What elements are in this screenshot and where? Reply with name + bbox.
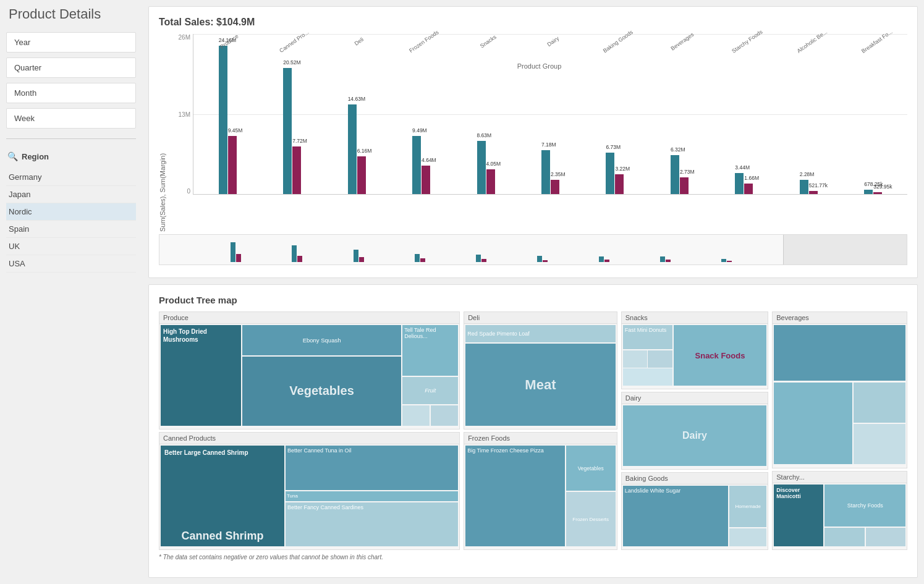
bar-alcoholic-teal: 2.28M <box>800 180 808 194</box>
treemap-note: * The data set contains negative or zero… <box>159 554 907 561</box>
chart-inner: 26M 13M 0 <box>171 34 907 232</box>
mini-bar-produce-magenta <box>236 254 241 262</box>
treemap-cell-starchy-sm-2[interactable] <box>866 528 905 546</box>
bar-frozen-teal: 9.49M <box>412 136 421 194</box>
treemap-cell-snack-sm-2[interactable] <box>648 350 672 368</box>
region-item-usa[interactable]: USA <box>6 255 136 273</box>
treemap-cell-manicotti[interactable]: Discover Manicotti <box>774 485 823 546</box>
bar-dairy-teal: 7.18M <box>541 150 550 194</box>
treemap-cell-starchy-sm-1[interactable] <box>824 528 864 546</box>
treemap-cell-bev-3[interactable] <box>854 383 905 423</box>
region-item-uk[interactable]: UK <box>6 238 136 255</box>
region-header[interactable]: 🔍 Region <box>6 149 136 164</box>
treemap-cell-tuna[interactable]: Better Canned Tuna in Oil <box>286 446 458 490</box>
treemap-cell-bev-4[interactable] <box>854 424 905 464</box>
treemap-cell-vegetables[interactable]: Vegetables <box>242 357 401 426</box>
treemap-cell-fruit-red[interactable]: Tell Tale Red Delious... <box>402 325 458 376</box>
bar-deli-teal: 14.63M <box>348 104 357 194</box>
region-item-spain[interactable]: Spain <box>6 221 136 238</box>
bar-group-starchy: 3.44M 1.66M <box>713 173 776 194</box>
treemap-frozen: Frozen Foods Big Time Frozen Cheese Pizz… <box>464 432 617 550</box>
bar-breakfast-teal: 678.25k <box>864 190 873 194</box>
mini-bar-deli-magenta <box>359 257 364 262</box>
treemap-cell-fruit[interactable]: Fruit <box>402 377 458 405</box>
year-filter-btn[interactable]: Year <box>6 32 136 53</box>
treemap-title: Product Tree map <box>159 295 907 305</box>
treemap-col-2: Deli Red Spade Pimento Loaf Meat Fro <box>464 311 617 550</box>
bar-group-frozen: 9.49M 4.64M <box>389 136 452 194</box>
treemap-cell-sugar[interactable]: Landslide White Sugar <box>623 486 729 546</box>
treemap-canned-header: Canned Products <box>159 433 459 444</box>
bar-canned-magenta: 7.72M <box>292 146 301 194</box>
bar-baking-teal: 6.73M <box>606 153 614 194</box>
treemap-cell-snack-sm-3[interactable] <box>623 368 672 386</box>
treemap-cell-small-1[interactable] <box>402 405 430 426</box>
bar-chart-area: Sum(Sales), Sum(Margin) 26M 13M 0 <box>159 34 907 232</box>
quarter-filter-btn[interactable]: Quarter <box>6 57 136 78</box>
scroll-range-indicator[interactable] <box>783 235 907 264</box>
treemap-cell-mushrooms[interactable]: High Top Dried Mushrooms <box>161 325 241 426</box>
treemap-cell-meat[interactable]: Meat <box>465 344 616 426</box>
treemap-cell-starchy-foods[interactable]: Starchy Foods <box>824 485 905 527</box>
bar-group-dairy: 7.18M 2.35M <box>519 150 582 194</box>
region-item-germany[interactable]: Germany <box>6 169 136 186</box>
bar-canned-teal: 20.52M <box>283 68 292 194</box>
bar-group-produce: 24.16M 9.45M <box>196 46 259 194</box>
mini-bar-bev-magenta <box>666 260 671 262</box>
treemap-beverages-header: Beverages <box>773 312 907 324</box>
mini-bar-frozen-magenta <box>420 258 425 262</box>
chart-panel: Total Sales: $104.9M Sum(Sales), Sum(Mar… <box>148 6 918 278</box>
bar-group-breakfast: 678.25k 329.95k <box>842 190 905 194</box>
bar-frozen-magenta: 4.64M <box>422 166 430 194</box>
y-tick-13m: 13M <box>179 111 190 118</box>
treemap-cell-frozen-veg[interactable]: Vegetables <box>566 446 616 491</box>
mini-bar-bev-teal <box>660 256 665 262</box>
treemap-cell-frozen-desserts[interactable]: Frozen Desserts <box>566 492 616 546</box>
mini-bar-frozen-teal <box>415 254 420 262</box>
treemap-cell-dairy[interactable]: Dairy <box>623 405 767 466</box>
y-tick-0: 0 <box>187 188 190 195</box>
region-item-japan[interactable]: Japan <box>6 186 136 203</box>
treemap-cell-pimento[interactable]: Red Spade Pimento Loaf <box>465 325 616 342</box>
chart-title: Total Sales: $104.9M <box>159 17 907 28</box>
treemap-col-3: Snacks Fast Mini Donuts <box>621 311 769 550</box>
treemap-col-1: Produce High Top Dried Mushrooms Ebony S… <box>159 311 460 550</box>
treemap-cell-snack-sm-1[interactable] <box>623 350 648 368</box>
treemap-cell-small-2[interactable] <box>431 405 458 426</box>
treemap-cell-snack-foods[interactable]: Snack Foods <box>674 325 767 386</box>
treemap-cell-homemade[interactable]: Homemade <box>729 486 766 527</box>
y-tick-26m: 26M <box>179 34 190 41</box>
month-filter-btn[interactable]: Month <box>6 83 136 103</box>
bar-produce-magenta: 9.45M <box>228 136 237 194</box>
treemap-dairy: Dairy Dairy <box>621 392 769 470</box>
bar-group-baking: 6.73M 3.22M <box>583 153 646 194</box>
treemap-cell-bev-2[interactable] <box>774 383 852 464</box>
region-item-nordic[interactable]: Nordic <box>6 203 136 221</box>
treemap-cell-bev-1[interactable] <box>774 325 905 381</box>
bar-starchy-teal: 3.44M <box>735 173 744 194</box>
mini-chart[interactable] <box>159 234 907 265</box>
week-filter-btn[interactable]: Week <box>6 108 136 129</box>
sidebar-divider <box>6 138 136 139</box>
mini-bar-dairy-teal <box>537 256 542 262</box>
y-axis-ticks: 26M 13M 0 <box>171 34 193 195</box>
treemap-cell-tuna-sub[interactable]: Tuna <box>286 491 458 501</box>
year-filter: Year <box>6 32 136 53</box>
treemap-cell-donuts[interactable]: Fast Mini Donuts <box>623 325 672 349</box>
treemap-panel: Product Tree map Produce High Top Dried … <box>148 284 918 578</box>
treemap-cell-sardines[interactable]: Better Fancy Canned Sardines <box>286 502 458 547</box>
treemap-cell-squash[interactable]: Ebony Squash <box>242 325 401 355</box>
bar-alcoholic-magenta: 521.77k <box>809 191 818 194</box>
mini-bar-deli-teal <box>354 250 358 262</box>
bar-snacks-magenta: 4.05M <box>486 169 495 194</box>
bar-group-beverages: 6.32M 2.73M <box>648 155 711 194</box>
search-icon: 🔍 <box>7 151 18 161</box>
treemap-starchy: Starchy... Discover Manicotti Starchy Fo… <box>772 471 907 550</box>
treemap-snacks-header: Snacks <box>622 312 768 324</box>
treemap-cell-canned-shrimp[interactable]: Better Large Canned Shrimp Canned Shrimp <box>161 446 284 546</box>
treemap-cell-baking-sm[interactable] <box>729 528 766 546</box>
bar-deli-magenta: 6.16M <box>357 156 366 194</box>
treemap-cell-frozen-pizza[interactable]: Big Time Frozen Cheese Pizza <box>465 446 565 546</box>
bar-baking-magenta: 3.22M <box>615 174 624 194</box>
region-section: 🔍 Region Germany Japan Nordic Spain UK U… <box>6 149 136 273</box>
